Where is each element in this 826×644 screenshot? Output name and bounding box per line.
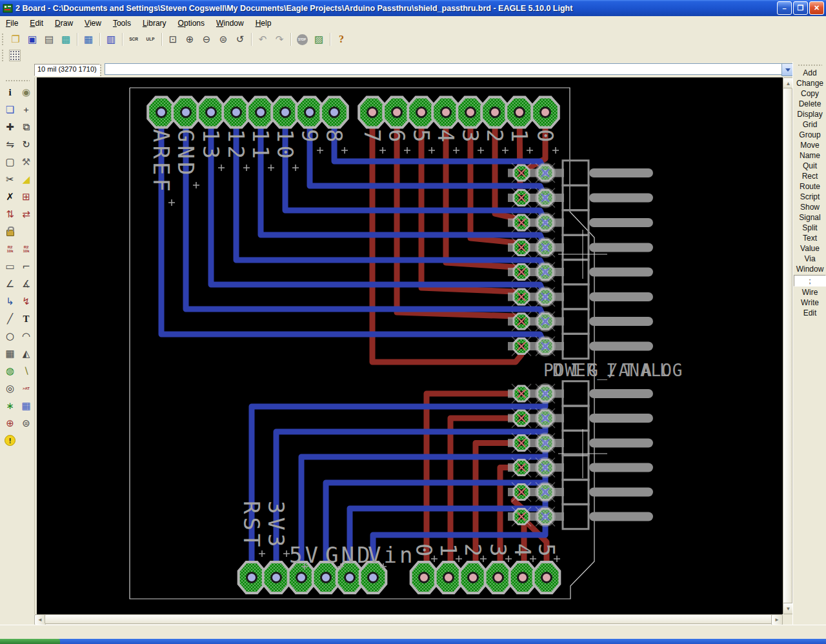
optimize-icon[interactable]: ∡: [18, 276, 34, 292]
command-shortcut-input[interactable]: [794, 275, 826, 287]
command-wire[interactable]: Wire: [793, 287, 826, 297]
polygon-icon[interactable]: ◭: [18, 345, 34, 361]
command-name[interactable]: Name: [793, 150, 826, 161]
command-group[interactable]: Group: [793, 130, 826, 140]
save-icon[interactable]: ▣: [25, 32, 40, 47]
undo-icon[interactable]: ↶: [255, 32, 270, 47]
menu-help[interactable]: Help: [250, 17, 277, 29]
mirror-icon[interactable]: ⇋: [2, 136, 18, 152]
arc-icon[interactable]: ◠: [18, 328, 34, 344]
gateswap-icon[interactable]: ⇄: [18, 206, 34, 222]
miter-icon[interactable]: ⌐: [18, 258, 34, 274]
rotate-icon[interactable]: ↻: [18, 136, 34, 152]
add-part-icon[interactable]: ⊞: [18, 188, 34, 205]
command-add[interactable]: Add: [793, 68, 826, 78]
command-text[interactable]: Text: [793, 233, 826, 243]
drc-icon[interactable]: ⊜: [18, 415, 34, 431]
command-input[interactable]: [105, 63, 785, 75]
open-folder-icon[interactable]: ❐: [8, 32, 23, 47]
command-split[interactable]: Split: [793, 223, 826, 233]
cut-scissors-icon[interactable]: ✂: [2, 171, 18, 187]
toolbar-grip[interactable]: [1, 33, 5, 46]
zoom-fit-icon[interactable]: ⊡: [165, 32, 181, 47]
command-bar-grip[interactable]: [99, 64, 103, 77]
ratsnest-icon[interactable]: ∗: [2, 397, 18, 414]
wire-icon[interactable]: ╱: [2, 310, 18, 327]
windows-taskbar[interactable]: [0, 639, 826, 644]
close-button[interactable]: ✕: [809, 1, 824, 15]
zoom-in-icon[interactable]: ⊕: [182, 32, 197, 47]
delete-icon[interactable]: ✗: [2, 188, 18, 205]
command-value[interactable]: Value: [793, 243, 826, 254]
menu-window[interactable]: Window: [210, 17, 250, 29]
board-canvas[interactable]: AREFGND131211109876543210RST3V35VGNDVin0…: [37, 77, 783, 614]
pinswap-icon[interactable]: ⇅: [2, 206, 18, 222]
help-icon[interactable]: ?: [334, 32, 349, 47]
command-grid[interactable]: Grid: [793, 119, 826, 130]
group-icon[interactable]: ▢: [2, 154, 18, 170]
command-edit[interactable]: Edit: [793, 308, 826, 318]
change-wrench-icon[interactable]: ⚒: [18, 154, 34, 170]
circle-icon[interactable]: ○: [2, 328, 18, 344]
command-show[interactable]: Show: [793, 202, 826, 212]
smash-icon[interactable]: ▭: [2, 258, 18, 274]
move-icon[interactable]: ✚: [2, 119, 18, 135]
zoom-redraw-icon[interactable]: ↺: [232, 32, 248, 47]
ripup-icon[interactable]: ↯: [18, 293, 34, 309]
command-signal[interactable]: Signal: [793, 212, 826, 223]
restore-button[interactable]: ❐: [793, 1, 808, 15]
export-image-icon[interactable]: ▩: [58, 32, 74, 47]
menu-library[interactable]: Library: [137, 17, 172, 29]
stop-icon[interactable]: STOP: [294, 32, 310, 47]
command-quit[interactable]: Quit: [793, 161, 826, 171]
signal-icon[interactable]: ∖: [18, 363, 34, 379]
command-change[interactable]: Change: [793, 78, 826, 88]
paste-icon[interactable]: ◢: [18, 171, 34, 187]
name-icon[interactable]: R210k: [2, 241, 18, 257]
command-route[interactable]: Route: [793, 181, 826, 192]
copy-icon[interactable]: ⧉: [18, 119, 34, 135]
grid-toolbar-grip[interactable]: [1, 49, 5, 62]
command-panel-grip[interactable]: [798, 64, 822, 66]
errors-icon[interactable]: !: [2, 432, 18, 448]
rect-icon[interactable]: ▦: [2, 345, 18, 361]
menu-options[interactable]: Options: [172, 17, 210, 29]
minimize-button[interactable]: –: [777, 1, 792, 15]
start-button-edge[interactable]: [0, 639, 60, 644]
vertical-scrollbar[interactable]: ▲ ▼: [783, 77, 792, 614]
vertical-scroll-thumb[interactable]: [783, 88, 792, 604]
run-ulp-icon[interactable]: ULP: [143, 32, 158, 47]
command-write[interactable]: Write: [793, 297, 826, 308]
print-icon[interactable]: ▤: [41, 32, 57, 47]
command-via[interactable]: Via: [793, 254, 826, 264]
info-icon[interactable]: i: [2, 84, 18, 100]
library-icon[interactable]: ▥: [103, 32, 119, 47]
erc-icon[interactable]: ⊕: [2, 415, 18, 431]
command-rect[interactable]: Rect: [793, 171, 826, 181]
menu-draw[interactable]: Draw: [49, 17, 79, 29]
display-layers-icon[interactable]: ❏: [2, 101, 18, 117]
auto-route-icon[interactable]: ▦: [18, 397, 34, 414]
text-icon[interactable]: T: [18, 310, 34, 327]
redo-icon[interactable]: ↷: [272, 32, 287, 47]
menu-tools[interactable]: Tools: [107, 17, 137, 29]
lock-icon[interactable]: [2, 223, 18, 239]
split-icon[interactable]: ∠: [2, 276, 18, 292]
command-display[interactable]: Display: [793, 109, 826, 119]
horizontal-scroll-thumb[interactable]: [45, 614, 772, 624]
scroll-right-icon[interactable]: ►: [771, 614, 783, 625]
menu-view[interactable]: View: [79, 17, 107, 29]
via-icon[interactable]: ◍: [2, 363, 18, 379]
command-delete[interactable]: Delete: [793, 99, 826, 109]
zoom-out-icon[interactable]: ⊖: [199, 32, 214, 47]
hole-icon[interactable]: ◎: [2, 380, 18, 396]
board-schematic-icon[interactable]: ▦: [81, 32, 96, 47]
command-move[interactable]: Move: [793, 140, 826, 150]
command-script[interactable]: Script: [793, 192, 826, 202]
horizontal-scrollbar[interactable]: ◄ ►: [34, 614, 783, 625]
zoom-select-icon[interactable]: ⊜: [216, 32, 231, 47]
menu-edit[interactable]: Edit: [24, 17, 49, 29]
layer-hatch-icon[interactable]: ▨: [311, 32, 327, 47]
run-script-icon[interactable]: SCR: [126, 32, 141, 47]
mark-icon[interactable]: +: [18, 101, 34, 117]
